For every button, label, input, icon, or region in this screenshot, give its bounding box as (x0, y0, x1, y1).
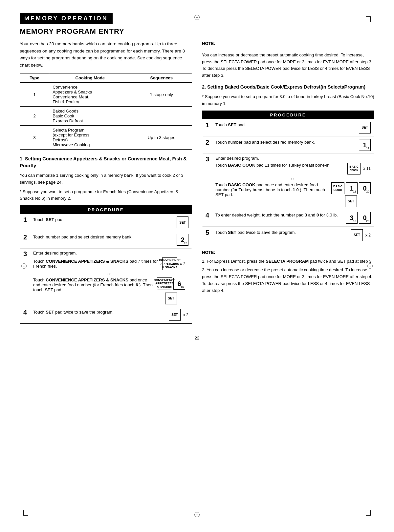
left-step3: 3 Enter desired program. Touch CONVENIEN… (20, 249, 192, 306)
left-step4-number: 4 (23, 309, 31, 316)
right-step1: 1 Touch SET pad. SET (202, 119, 374, 136)
table-cell-type: 3 (20, 126, 49, 150)
table-cell-seq (131, 107, 192, 126)
rhs-note-label: NOTE: (202, 40, 374, 47)
set-key-1: SET (177, 216, 188, 228)
subsection1-note: * Suppose you want to set a programme fo… (20, 189, 192, 202)
table-cell-mode: Baked GoodsBasic CookExpress Defrost (49, 107, 131, 126)
right-step3-options: Touch BASIC COOK pad 11 times for Turkey… (215, 163, 371, 207)
right-step4-number: 4 (206, 212, 213, 218)
rhs-note-text: You can increase or decrease the preset … (202, 52, 374, 79)
right-step2-icons: 1 11 (359, 139, 371, 151)
subsection1-title: 1. Setting Convenience Appetizers & Snac… (20, 155, 192, 169)
right-step1-icons: SET (359, 122, 371, 133)
multiply-7: x 7 (180, 261, 185, 266)
left-step2-content: Touch number pad and select desired memo… (33, 234, 174, 240)
table-header-sequences: Sequences (131, 73, 192, 83)
left-step2: 2 Touch number pad and select desired me… (20, 231, 192, 249)
left-step1-number: 1 (23, 216, 31, 223)
conv-key-a: CONVENIENCEAPPETIZERS& SNACKS (162, 257, 177, 270)
left-step2-number: 2 (23, 234, 31, 240)
rhs-set-key-1: SET (359, 122, 371, 133)
intro-paragraph: Your oven has 20 memory banks which can … (20, 40, 192, 69)
multiply-11: x 11 (363, 166, 371, 171)
rhs-section-title: 2. Setting Baked Goods/Basic Cook/Expres… (202, 84, 374, 90)
left-column: Your oven has 20 memory banks which can … (20, 40, 192, 329)
rhs-set-key-5: SET (351, 229, 363, 241)
table-row: 2 Baked GoodsBasic CookExpress Defrost (20, 107, 192, 126)
basic-cook-key-a: BASICCOOK (347, 163, 361, 174)
rhs-number-key-3: 3 13 (346, 212, 358, 224)
right-step4: 4 To enter desired weight, touch the num… (202, 209, 374, 227)
right-or-label: or (215, 176, 371, 181)
right-step1-number: 1 (206, 122, 213, 128)
rhs-number-key-1b: 1 11 (346, 182, 358, 194)
right-step2-content: Touch number pad and select desired memo… (215, 139, 356, 146)
left-step2-icons: 2 12 (177, 234, 188, 246)
right-procedure-header: PROCEDURE (202, 111, 374, 119)
right-step4-icons: 3 13 0 20 (346, 212, 371, 224)
section-title: MEMORY PROGRAM ENTRY (20, 27, 374, 36)
rhs-set-key-3: SET (345, 195, 357, 207)
right-procedure-box: PROCEDURE 1 Touch SET pad. SET 2 Touch n… (202, 111, 374, 244)
left-or-label: or (33, 272, 185, 276)
multiply-2-left: x 2 (183, 313, 188, 317)
memory-table: Type Cooking Mode Sequences 1 Convenienc… (20, 73, 192, 150)
subsection1-intro: You can memorize 1 serving cooking only … (20, 172, 192, 186)
basic-cook-key-b: BASICCOOK (331, 182, 344, 194)
center-mark-top (194, 15, 200, 20)
bottom-note-1: 1. For Express Defrost, press the SELECT… (202, 258, 374, 265)
set-key-4: SET (169, 309, 181, 321)
right-step3-number: 3 (206, 156, 213, 162)
right-column: NOTE: You can increase or decrease the p… (202, 40, 374, 329)
center-mark-left (21, 263, 27, 269)
multiply-2-right: x 2 (365, 233, 371, 237)
right-step4-content: To enter desired weight, touch the numbe… (215, 212, 343, 218)
bottom-note-2: 2. You can increase or decrease the pres… (202, 267, 374, 294)
left-step4-content: Touch SET pad twice to save the program. (33, 309, 166, 316)
table-cell-mode: ConvenienceAppetizers & SnacksConvenienc… (49, 83, 131, 107)
left-step3-option-a: Touch CONVENIENCE APPETIZERS & SNACKS pa… (33, 257, 188, 304)
left-step1-icons: SET (177, 216, 188, 228)
table-cell-seq: 1 stage only (131, 83, 192, 107)
left-procedure-header: PROCEDURE (20, 206, 192, 214)
corner-mark-bl (23, 510, 28, 516)
right-step5-content: Touch SET pad twice to save the program. (215, 229, 348, 236)
corner-mark-tl (23, 16, 28, 22)
bottom-note-label: NOTE: (202, 250, 215, 255)
left-step3-options: Touch CONVENIENCE APPETIZERS & SNACKS pa… (33, 257, 188, 304)
rhs-number-key-0: 0 20 (359, 182, 371, 194)
left-step4-icons: SET x 2 (169, 309, 188, 321)
right-step3-intro: Enter desired program. (215, 156, 371, 161)
page-header-bar: MEMORY OPERATION (20, 13, 113, 24)
right-step5-number: 5 (206, 229, 213, 236)
right-step1-content: Touch SET pad. (215, 122, 356, 128)
table-header-mode: Cooking Mode (49, 73, 131, 83)
number-key-2: 2 12 (177, 234, 188, 246)
left-step3-number: 3 (23, 251, 31, 257)
left-step1: 1 Touch SET pad. SET (20, 214, 192, 231)
number-key-6: 6 16 (173, 278, 185, 290)
rhs-note-star: * Suppose you want to set a program for … (202, 93, 374, 107)
corner-mark-tr (366, 16, 371, 22)
right-step3: 3 Enter desired program. Touch BASIC COO… (202, 154, 374, 209)
table-cell-mode: Selecta Program(except for ExpressDefros… (49, 126, 131, 150)
table-cell-type: 2 (20, 107, 49, 126)
left-step4: 4 Touch SET pad twice to save the progra… (20, 306, 192, 323)
right-step2-number: 2 (206, 139, 213, 146)
left-step1-content: Touch SET pad. (33, 216, 174, 223)
set-key-b: SET (165, 293, 177, 304)
table-cell-type: 1 (20, 83, 49, 107)
right-step5: 5 Touch SET pad twice to save the progra… (202, 227, 374, 244)
center-mark-bottom (194, 512, 200, 517)
table-header-type: Type (20, 73, 49, 83)
page-number: 22 (20, 336, 374, 340)
bottom-note: NOTE: 1. For Express Defrost, press the … (202, 249, 374, 294)
left-step3-intro: Enter desired program. (33, 251, 188, 256)
rhs-number-key-1: 1 11 (359, 139, 371, 151)
table-row: 1 ConvenienceAppetizers & SnacksConvenie… (20, 83, 192, 107)
conv-key-b: CONVENIENCEAPPETIZERS& SNACKS (157, 277, 172, 290)
right-step2: 2 Touch number pad and select desired me… (202, 136, 374, 154)
table-row: 3 Selecta Program(except for ExpressDefr… (20, 126, 192, 150)
right-step5-icons: SET x 2 (351, 229, 371, 241)
